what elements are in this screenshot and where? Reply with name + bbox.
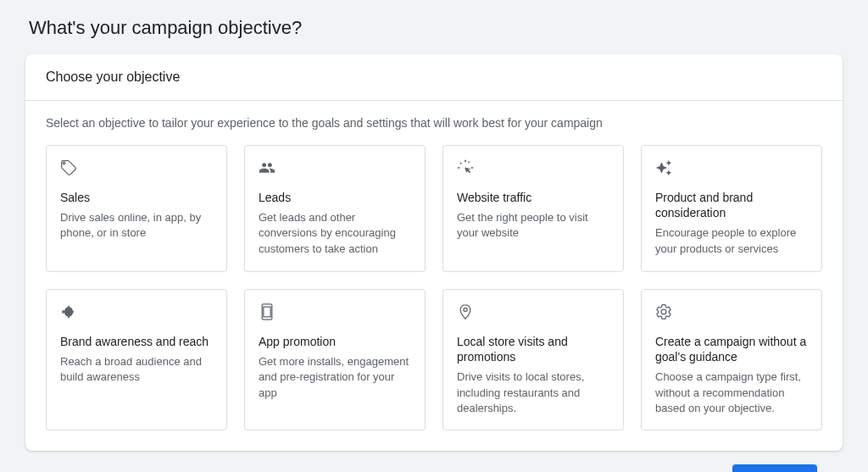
objective-grid: SalesDrive sales online, in app, by phon… [46,145,822,430]
objective-option-app-promotion[interactable]: App promotionGet more installs, engageme… [244,289,426,430]
objective-option-brand-awareness-and-reach[interactable]: Brand awareness and reachReach a broad a… [46,289,227,430]
objective-option-sales[interactable]: SalesDrive sales online, in app, by phon… [46,145,227,272]
sparkle-icon [655,159,808,180]
tag-icon [60,159,213,180]
option-title: Sales [60,190,213,205]
card-body: Select an objective to tailor your exper… [25,101,843,451]
objective-option-local-store-visits-and-promotions[interactable]: Local store visits and promotionsDrive v… [442,289,624,430]
gear-icon [655,303,808,324]
option-description: Encourage people to explore your product… [655,225,808,256]
objective-option-website-traffic[interactable]: Website trafficGet the right people to v… [442,145,624,272]
option-description: Drive visits to local stores, including … [457,369,609,416]
objective-option-product-and-brand-consideration[interactable]: Product and brand considerationEncourage… [641,145,822,272]
option-description: Reach a broad audience and build awarene… [60,354,213,385]
people-icon [259,159,411,180]
option-title: Product and brand consideration [655,190,808,220]
option-title: Website traffic [457,190,609,205]
megaphone-icon [60,303,213,324]
phone-icon [259,303,411,324]
continue-button[interactable]: Continue [732,464,817,472]
page-title: What's your campaign objective? [29,17,843,39]
pin-icon [457,303,609,324]
option-title: App promotion [259,334,411,349]
option-title: Local store visits and promotions [457,334,609,364]
card-header: Choose your objective [25,54,843,101]
objective-option-leads[interactable]: LeadsGet leads and other conversions by … [244,145,426,272]
card-header-title: Choose your objective [46,69,822,85]
helper-text: Select an objective to tailor your exper… [46,116,822,130]
option-title: Create a campaign without a goal's guida… [655,334,808,364]
objective-option-create-a-campaign-without-a-goal-s-guidance[interactable]: Create a campaign without a goal's guida… [641,289,822,430]
option-description: Drive sales online, in app, by phone, or… [60,210,213,241]
option-description: Get more installs, engagement and pre-re… [259,354,411,401]
cancel-button[interactable]: Cancel [648,464,722,472]
option-description: Get the right people to visit your websi… [457,210,609,241]
option-title: Leads [259,190,411,205]
footer-actions: Cancel Continue [25,451,843,472]
objective-card: Choose your objective Select an objectiv… [25,54,843,451]
cursor-click-icon [457,159,609,180]
option-description: Get leads and other conversions by encou… [259,210,411,257]
option-description: Choose a campaign type first, without a … [655,369,808,416]
option-title: Brand awareness and reach [60,334,213,349]
